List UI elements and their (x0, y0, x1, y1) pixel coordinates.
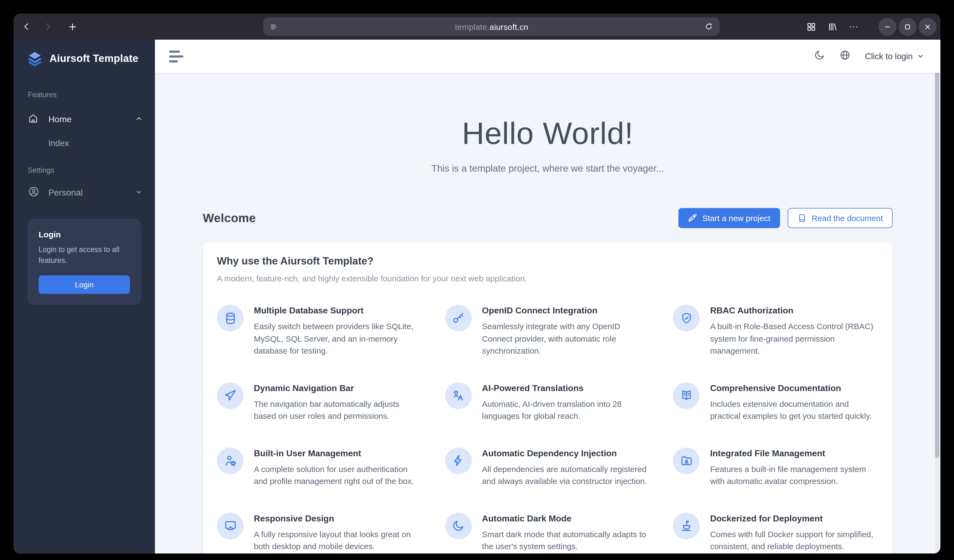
feature-item: Dynamic Navigation Bar The navigation ba… (217, 382, 422, 422)
browser-back-button[interactable] (22, 22, 31, 31)
login-card-body: Login to get access to all features. (39, 244, 130, 266)
ship-icon (673, 512, 700, 539)
main-area: Click to login Hello World! This is a te… (155, 40, 940, 554)
features-card-subtitle: A modern, feature-rich, and highly exten… (217, 274, 878, 283)
feature-body: Features a built-in file management syst… (710, 463, 878, 487)
feature-title: Multiple Database Support (254, 305, 422, 316)
home-icon (28, 113, 39, 126)
browser-chrome: template.aiursoft.cn (14, 14, 940, 40)
scrollbar-thumb[interactable] (935, 42, 939, 458)
brand-layers-icon (26, 51, 43, 67)
feature-body: The navigation bar automatically adjusts… (254, 398, 422, 422)
feature-body: A fully responsive layout that looks gre… (254, 528, 422, 553)
window-close-button[interactable] (919, 18, 937, 36)
folder-user-icon (673, 447, 700, 474)
feature-item: Comprehensive Documentation Includes ext… (673, 382, 878, 422)
feature-body: Automatic, AI-driven translation into 28… (482, 398, 650, 422)
start-new-project-button[interactable]: Start a new project (678, 208, 780, 228)
chevron-down-icon (917, 53, 924, 60)
desktop: template.aiursoft.cn Aiursoft (0, 0, 954, 560)
click-to-login-dropdown[interactable]: Click to login (865, 51, 924, 61)
reload-icon[interactable] (705, 22, 713, 31)
sidebar-item-index[interactable]: Index (14, 137, 155, 150)
new-tab-button[interactable] (67, 22, 78, 32)
login-card-title: Login (39, 230, 130, 239)
feature-body: A built-in Role-Based Access Control (RB… (710, 320, 878, 357)
feature-body: Seamlessly integrate with any OpenID Con… (482, 320, 650, 357)
feature-body: All dependencies are automatically regis… (482, 463, 650, 487)
topbar: Click to login (155, 40, 940, 73)
feature-grid: Multiple Database Support Easily switch … (217, 305, 878, 553)
moon-icon (445, 512, 472, 539)
zap-icon (445, 447, 472, 474)
feature-title: Responsive Design (254, 512, 422, 523)
url-domain: aiursoft.cn (489, 22, 528, 31)
brand-name: Aiursoft Template (50, 53, 138, 65)
feature-title: Built-in User Management (254, 447, 422, 458)
navigation-icon (217, 382, 243, 409)
hamburger-menu-icon[interactable] (169, 50, 183, 62)
dark-mode-moon-icon[interactable] (814, 50, 825, 63)
sidebar-section-settings: Settings (14, 166, 155, 174)
chevron-up-icon (135, 114, 143, 124)
feature-body: Smart dark mode that automatically adapt… (482, 528, 650, 553)
url-bar[interactable]: template.aiursoft.cn (263, 17, 720, 36)
content: Hello World! This is a template project,… (155, 73, 940, 554)
url-prefix: template. (455, 22, 489, 31)
feature-item: AI-Powered Translations Automatic, AI-dr… (445, 382, 650, 422)
feature-item: Multiple Database Support Easily switch … (217, 305, 422, 357)
shield-check-icon (673, 305, 700, 331)
user-gear-icon (217, 447, 243, 474)
feature-item: Built-in User Management A complete solu… (217, 447, 422, 487)
feature-title: Comprehensive Documentation (710, 382, 878, 393)
feature-body: Comes with full Docker support for simpl… (710, 528, 878, 553)
browser-forward-button[interactable] (43, 22, 53, 31)
welcome-row: Welcome Start a new project Read the doc… (203, 208, 893, 228)
rocket-icon (688, 213, 697, 223)
sidebar-item-home[interactable]: Home (14, 107, 155, 131)
feature-title: Automatic Dark Mode (482, 512, 650, 523)
database-icon (217, 305, 243, 331)
click-to-login-label: Click to login (865, 51, 913, 61)
page: Aiursoft Template Features Home Index Se… (14, 40, 940, 554)
url-text: template.aiursoft.cn (279, 22, 705, 31)
feature-item: Integrated File Management Features a bu… (673, 447, 878, 487)
window-minimize-button[interactable] (878, 18, 896, 36)
feature-title: Integrated File Management (710, 447, 878, 458)
login-card: Login Login to get access to all feature… (28, 219, 141, 305)
language-globe-icon[interactable] (839, 50, 851, 63)
hero: Hello World! This is a template project,… (203, 115, 893, 174)
feature-title: OpenID Connect Integration (482, 305, 650, 316)
feature-body: Includes extensive documentation and pra… (710, 398, 878, 422)
read-document-button[interactable]: Read the document (788, 208, 893, 228)
brand[interactable]: Aiursoft Template (14, 40, 155, 67)
feature-item: OpenID Connect Integration Seamlessly in… (445, 305, 650, 357)
library-icon[interactable] (827, 22, 838, 32)
book-icon (797, 213, 807, 223)
window-maximize-button[interactable] (899, 18, 917, 36)
feature-item: Dockerized for Deployment Comes with ful… (673, 512, 878, 553)
feature-item: Automatic Dark Mode Smart dark mode that… (445, 512, 650, 553)
feature-item: RBAC Authorization A built-in Role-Based… (673, 305, 878, 357)
features-card-title: Why use the Aiursoft Template? (217, 255, 878, 267)
hero-subtitle: This is a template project, where we sta… (203, 163, 893, 174)
feature-body: A complete solution for user authenticat… (254, 463, 422, 487)
menu-ellipsis-icon[interactable] (848, 22, 859, 32)
login-button[interactable]: Login (39, 275, 130, 294)
extensions-grid-icon[interactable] (806, 22, 817, 32)
sidebar: Aiursoft Template Features Home Index Se… (14, 40, 155, 554)
sidebar-item-index-label: Index (48, 138, 69, 148)
start-new-project-label: Start a new project (702, 213, 770, 223)
book-open-icon (673, 382, 700, 409)
sidebar-section-features: Features (14, 91, 155, 99)
user-circle-icon (28, 186, 40, 200)
sidebar-item-personal[interactable]: Personal (14, 182, 155, 204)
chevron-down-icon (135, 188, 143, 198)
feature-title: Dockerized for Deployment (710, 512, 878, 523)
page-actions-icon[interactable] (270, 22, 279, 31)
feature-title: RBAC Authorization (710, 305, 878, 316)
features-card: Why use the Aiursoft Template? A modern,… (203, 242, 893, 554)
feature-title: Dynamic Navigation Bar (254, 382, 422, 393)
sidebar-item-home-label: Home (48, 115, 72, 124)
key-icon (445, 305, 472, 331)
